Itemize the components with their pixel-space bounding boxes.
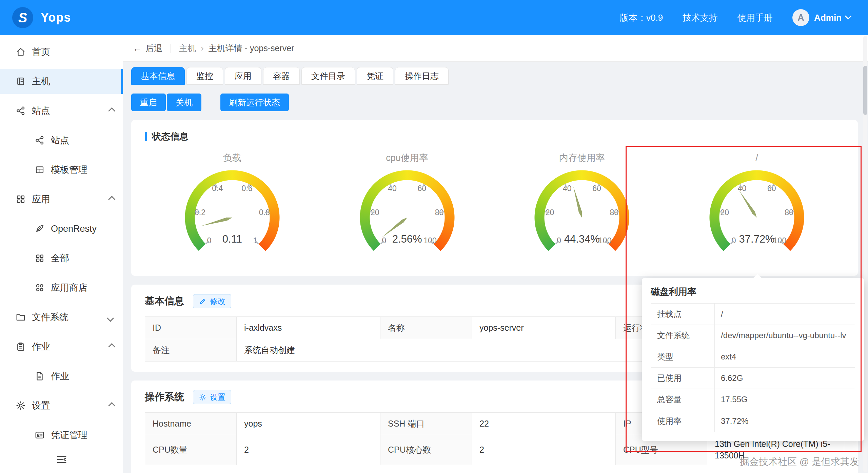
gauge-chart[interactable]: 020406080100 2.56% — [350, 167, 465, 268]
app-header: S Yops 版本：v0.9 技术支持 使用手册 A Admin — [0, 0, 868, 35]
logo-icon: S — [12, 7, 33, 28]
refresh-status-button[interactable]: 刷新运行状态 — [220, 94, 289, 111]
tab-monitoring[interactable]: 监控 — [186, 67, 223, 85]
tooltip-label: 使用率 — [651, 410, 715, 432]
gauge-value: 37.72% — [699, 233, 814, 245]
sidebar-item-label: 作业 — [51, 370, 69, 382]
sidebar-collapse-button[interactable] — [0, 453, 123, 466]
share-nodes-icon — [35, 135, 45, 145]
server-icon — [16, 76, 26, 86]
sidebar-item-site[interactable]: 站点 — [0, 128, 123, 153]
gauge-chart[interactable]: 020406080100 37.72% — [699, 167, 814, 268]
table-value: yops — [237, 413, 380, 435]
back-label: 后退 — [145, 43, 162, 54]
table-label: 备注 — [145, 339, 237, 362]
sidebar-item-label: 凭证管理 — [51, 429, 87, 441]
clipboard-icon — [16, 342, 26, 352]
user-menu[interactable]: A Admin — [792, 9, 851, 26]
breadcrumb: ← 后退 主机 › 主机详情 - yops-server — [123, 35, 868, 62]
sidebar-item-label: 站点 — [51, 134, 69, 146]
gauge-chart[interactable]: 00.20.40.60.81 0.11 — [175, 167, 290, 268]
avatar: A — [792, 9, 809, 26]
table-value: 2 — [237, 435, 380, 465]
edit-button[interactable]: 修改 — [193, 294, 231, 308]
chevron-down-icon — [845, 13, 852, 20]
sidebar-item-credentials[interactable]: 凭证管理 — [0, 423, 123, 448]
tooltip-value: 6.62G — [715, 368, 855, 389]
sidebar-item-label: 文件系统 — [32, 311, 68, 323]
table-label: CPU核心数 — [380, 435, 472, 465]
status-card-title: 状态信息 — [152, 130, 189, 143]
scrollbar-thumb[interactable] — [863, 66, 867, 115]
sidebar-item-label: 全部 — [51, 252, 69, 264]
tooltip-label: 类型 — [651, 346, 715, 368]
sidebar-item-template[interactable]: 模板管理 — [0, 157, 123, 182]
tooltip-value: /dev/mapper/ubuntu--vg-ubuntu--lv — [715, 325, 855, 346]
sidebar-item-label: 设置 — [32, 399, 50, 412]
sidebar-item-openresty[interactable]: OpenResty — [0, 216, 123, 241]
home-icon — [16, 47, 26, 57]
tab-operation-log[interactable]: 操作日志 — [395, 67, 449, 85]
tab-container[interactable]: 容器 — [263, 67, 300, 85]
tooltip-value: ext4 — [715, 346, 855, 368]
sidebar-group-settings[interactable]: 设置 — [0, 393, 123, 418]
sidebar-item-home[interactable]: 首页 — [0, 39, 123, 64]
table-value: 2 — [472, 435, 616, 465]
sidebar-item-label: 作业 — [32, 341, 50, 353]
feather-icon — [35, 224, 45, 234]
tooltip-value: 17.55G — [715, 389, 855, 410]
gauge-load: 负载 00.20.40.60.81 0.11 — [145, 152, 320, 268]
os-settings-button[interactable]: 设置 — [193, 390, 231, 404]
sidebar-group-filesystem[interactable]: 文件系统 — [0, 305, 123, 330]
sidebar-item-app-store[interactable]: 应用商店 — [0, 275, 123, 300]
app-logo: S Yops — [0, 7, 115, 28]
support-link[interactable]: 技术支持 — [683, 12, 718, 24]
back-arrow-icon: ← — [133, 44, 142, 53]
gauge-value: 44.34% — [524, 233, 639, 245]
gauge-title: cpu使用率 — [386, 152, 428, 164]
disk-usage-tooltip: 磁盘利用率 挂载点 / 文件系统 /dev/mapper/ubuntu--vg-… — [642, 278, 864, 441]
manual-link[interactable]: 使用手册 — [737, 12, 773, 24]
sidebar-item-job[interactable]: 作业 — [0, 364, 123, 389]
sidebar-group-site[interactable]: 站点 — [0, 98, 123, 123]
back-button[interactable]: ← 后退 — [133, 43, 162, 54]
gauge-ticks: 020406080100 — [350, 167, 465, 268]
breadcrumb-divider — [171, 44, 171, 53]
table-label: SSH 端口 — [380, 413, 472, 435]
sidebar-item-label: 应用 — [32, 193, 50, 205]
gauge-value: 2.56% — [350, 233, 465, 245]
sidebar-item-all-apps[interactable]: 全部 — [0, 246, 123, 271]
gauge-ticks: 020406080100 — [699, 167, 814, 268]
gauge-chart[interactable]: 020406080100 44.34% — [524, 167, 639, 268]
tab-credentials[interactable]: 凭证 — [357, 67, 393, 85]
tooltip-label: 已使用 — [651, 368, 715, 389]
shutdown-button[interactable]: 关机 — [167, 94, 201, 111]
gear-icon — [16, 400, 26, 411]
gauge-cpu: cpu使用率 020406080100 2.56% — [320, 152, 495, 268]
edit-button-label: 修改 — [210, 296, 225, 307]
apps-grid-icon — [16, 194, 26, 204]
os-title: 操作系统 — [145, 390, 184, 404]
breadcrumb-current: 主机详情 - yops-server — [209, 43, 294, 54]
gauge-ticks: 020406080100 — [524, 167, 639, 268]
tooltip-value: 37.72% — [715, 410, 855, 432]
gauge-value: 0.11 — [175, 233, 290, 245]
tab-application[interactable]: 应用 — [225, 67, 261, 85]
tooltip-label: 文件系统 — [651, 325, 715, 346]
gauge-title: 内存使用率 — [559, 152, 605, 164]
breadcrumb-root[interactable]: 主机 — [179, 43, 196, 54]
folder-icon — [16, 312, 26, 322]
basic-info-title: 基本信息 — [145, 294, 184, 308]
table-label: ID — [145, 317, 237, 339]
sidebar-item-host[interactable]: 主机 — [0, 69, 123, 94]
sidebar-group-job[interactable]: 作业 — [0, 334, 123, 359]
sidebar-group-app[interactable]: 应用 — [0, 187, 123, 212]
tooltip-table: 挂载点 / 文件系统 /dev/mapper/ubuntu--vg-ubuntu… — [651, 303, 855, 432]
document-icon — [35, 371, 45, 381]
tooltip-title: 磁盘利用率 — [651, 286, 855, 298]
tab-file-directory[interactable]: 文件目录 — [301, 67, 355, 85]
restart-button[interactable]: 重启 — [131, 94, 166, 111]
tooltip-label: 总容量 — [651, 389, 715, 410]
id-card-icon — [35, 430, 45, 440]
tab-basic-info[interactable]: 基本信息 — [131, 67, 185, 85]
